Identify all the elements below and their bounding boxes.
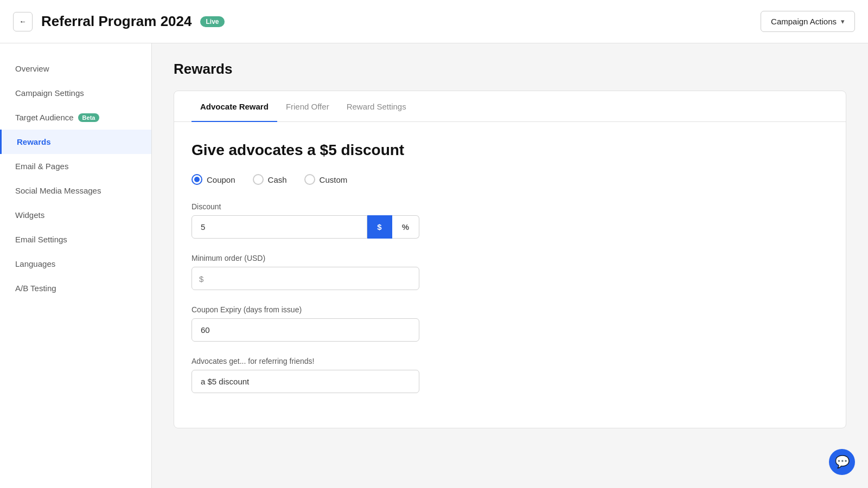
radio-label-coupon: Coupon [207, 175, 235, 184]
tab-label: Friend Offer [286, 102, 329, 111]
tab-label: Reward Settings [347, 102, 406, 111]
campaign-actions-button[interactable]: Campaign Actions ▾ [761, 11, 855, 32]
tab-friend-offer[interactable]: Friend Offer [277, 91, 338, 122]
section-title: Rewards [174, 61, 846, 78]
topbar: ← Referral Program 2024 Live Campaign Ac… [0, 0, 868, 43]
sidebar-item-social-media[interactable]: Social Media Messages [0, 178, 151, 203]
beta-badge: Beta [78, 113, 100, 122]
tab-bar: Advocate Reward Friend Offer Reward Sett… [174, 91, 846, 122]
chat-icon: 💬 [835, 455, 850, 469]
sidebar-item-label: Email Settings [15, 235, 67, 244]
min-order-label: Minimum order (USD) [192, 254, 828, 262]
dollar-prefix: $ [199, 274, 203, 283]
rewards-card: Advocate Reward Friend Offer Reward Sett… [174, 91, 846, 428]
toggle-dollar-button[interactable]: $ [367, 215, 392, 239]
coupon-expiry-label: Coupon Expiry (days from issue) [192, 305, 828, 314]
radio-option-custom[interactable]: Custom [304, 174, 348, 185]
sidebar-item-rewards[interactable]: Rewards [0, 130, 151, 154]
sidebar-item-target-audience[interactable]: Target Audience Beta [0, 105, 151, 130]
layout: Overview Campaign Settings Target Audien… [0, 43, 868, 488]
sidebar: Overview Campaign Settings Target Audien… [0, 43, 152, 488]
sidebar-item-email-pages[interactable]: Email & Pages [0, 154, 151, 178]
sidebar-item-email-settings[interactable]: Email Settings [0, 227, 151, 252]
toggle-percent-button[interactable]: % [392, 215, 419, 239]
sidebar-item-label: A/B Testing [15, 284, 56, 293]
page-title: Referral Program 2024 [41, 13, 192, 30]
radio-option-cash[interactable]: Cash [253, 174, 287, 185]
tab-label: Advocate Reward [200, 102, 269, 111]
radio-label-cash: Cash [268, 175, 287, 184]
reward-type-radio-group: Coupon Cash Custom [192, 174, 828, 185]
sidebar-item-campaign-settings[interactable]: Campaign Settings [0, 81, 151, 105]
radio-option-coupon[interactable]: Coupon [192, 174, 235, 185]
tab-advocate-reward[interactable]: Advocate Reward [192, 91, 277, 122]
sidebar-item-widgets[interactable]: Widgets [0, 203, 151, 227]
sidebar-item-ab-testing[interactable]: A/B Testing [0, 276, 151, 300]
sidebar-item-label: Target Audience [15, 113, 74, 122]
discount-input-wrap: $ % [192, 215, 419, 239]
tab-content: Give advocates a $5 discount Coupon Cash… [174, 122, 846, 428]
sidebar-item-label: Languages [15, 259, 55, 268]
sidebar-item-label: Widgets [15, 210, 44, 220]
back-icon: ← [19, 17, 26, 25]
radio-circle-coupon [192, 174, 202, 185]
back-button[interactable]: ← [13, 12, 33, 31]
discount-label: Discount [192, 202, 828, 211]
sidebar-item-languages[interactable]: Languages [0, 252, 151, 276]
sidebar-item-label: Rewards [17, 137, 51, 146]
reward-headline: Give advocates a $5 discount [192, 142, 828, 159]
sidebar-item-label: Overview [15, 64, 49, 73]
topbar-left: ← Referral Program 2024 Live [13, 12, 225, 31]
sidebar-item-overview[interactable]: Overview [0, 56, 151, 81]
sidebar-item-label: Email & Pages [15, 162, 68, 171]
tab-reward-settings[interactable]: Reward Settings [338, 91, 415, 122]
advocates-get-input[interactable] [192, 370, 419, 393]
advocates-input-wrap [192, 370, 419, 393]
advocates-get-field: Advocates get... for referring friends! [192, 357, 828, 393]
live-badge: Live [200, 16, 224, 27]
discount-field: Discount $ % [192, 202, 828, 239]
radio-circle-custom [304, 174, 315, 185]
coupon-expiry-wrap [192, 318, 419, 342]
discount-input[interactable] [192, 215, 367, 239]
coupon-expiry-input[interactable] [192, 318, 419, 342]
chevron-down-icon: ▾ [841, 17, 845, 25]
min-order-input-wrap: $ [192, 267, 419, 290]
main-content: Rewards Advocate Reward Friend Offer Rew… [152, 43, 868, 488]
radio-circle-cash [253, 174, 264, 185]
sidebar-item-label: Social Media Messages [15, 186, 101, 195]
coupon-expiry-field: Coupon Expiry (days from issue) [192, 305, 828, 342]
campaign-actions-label: Campaign Actions [771, 17, 837, 26]
advocates-get-label: Advocates get... for referring friends! [192, 357, 828, 365]
sidebar-item-label: Campaign Settings [15, 88, 84, 98]
chat-button[interactable]: 💬 [829, 449, 855, 475]
radio-label-custom: Custom [320, 175, 348, 184]
min-order-input[interactable] [192, 267, 419, 290]
min-order-field: Minimum order (USD) $ [192, 254, 828, 290]
